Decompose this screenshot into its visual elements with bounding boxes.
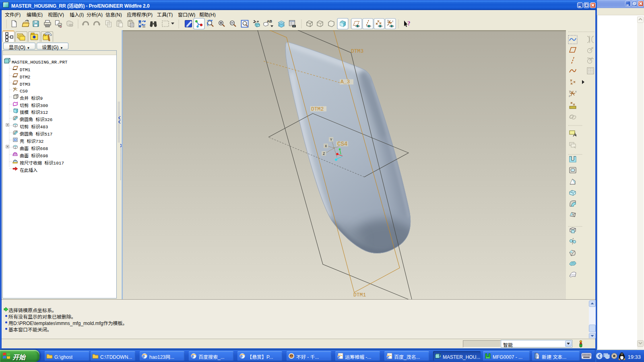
svg-text:X: X [325,144,327,148]
svg-text:DTM3: DTM3 [351,48,363,54]
svg-text:AB: AB [267,19,272,23]
svg-text:Z: Z [323,152,325,156]
svg-text:e: e [142,353,145,359]
svg-text:z: z [387,23,388,26]
svg-text:e: e [338,354,341,360]
svg-text:DTM1: DTM1 [353,292,366,298]
svg-text:?: ? [407,20,411,27]
svg-text:e: e [192,353,194,359]
svg-text:CS4: CS4 [337,141,347,147]
svg-text:z: z [569,95,570,97]
svg-text:e: e [240,353,243,359]
svg-text:Y: Y [330,138,332,142]
svg-text:y: y [569,90,571,93]
svg-text:A_3: A_3 [341,79,350,85]
svg-text:DTM2: DTM2 [311,106,324,112]
svg-text:x: x [575,90,577,93]
svg-text:e: e [387,354,390,360]
